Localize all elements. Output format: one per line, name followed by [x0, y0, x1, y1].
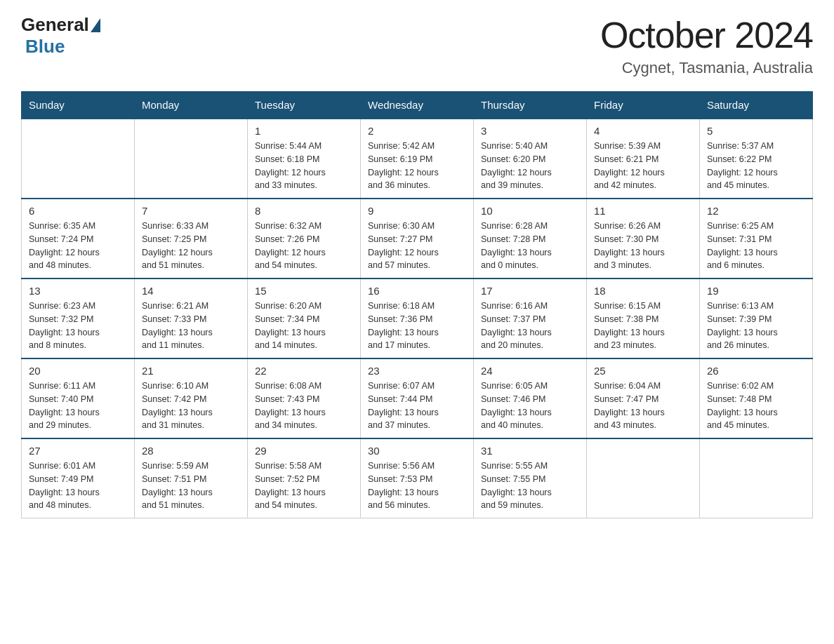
day-info: Sunrise: 6:26 AM Sunset: 7:30 PM Dayligh… [594, 220, 692, 272]
calendar-week-row: 13Sunrise: 6:23 AM Sunset: 7:32 PM Dayli… [22, 279, 813, 358]
page-header: General Blue October 2024 Cygnet, Tasman… [21, 14, 813, 77]
title-section: October 2024 Cygnet, Tasmania, Australia [600, 14, 813, 77]
calendar-cell: 28Sunrise: 5:59 AM Sunset: 7:51 PM Dayli… [135, 438, 248, 518]
calendar-cell: 21Sunrise: 6:10 AM Sunset: 7:42 PM Dayli… [135, 358, 248, 438]
day-number: 28 [142, 445, 240, 457]
day-info: Sunrise: 6:04 AM Sunset: 7:47 PM Dayligh… [594, 380, 692, 432]
day-info: Sunrise: 5:56 AM Sunset: 7:53 PM Dayligh… [368, 459, 466, 512]
logo-triangle-icon [91, 18, 100, 32]
calendar-cell: 29Sunrise: 5:58 AM Sunset: 7:52 PM Dayli… [248, 438, 361, 518]
day-number: 25 [594, 365, 692, 377]
day-info: Sunrise: 6:30 AM Sunset: 7:27 PM Dayligh… [368, 220, 466, 272]
day-of-week-header: Sunday [22, 92, 135, 119]
calendar-cell: 15Sunrise: 6:20 AM Sunset: 7:34 PM Dayli… [248, 279, 361, 358]
calendar-cell [135, 119, 248, 199]
calendar-cell: 22Sunrise: 6:08 AM Sunset: 7:43 PM Dayli… [248, 358, 361, 438]
day-info: Sunrise: 5:42 AM Sunset: 6:19 PM Dayligh… [368, 140, 466, 192]
day-number: 29 [255, 445, 353, 457]
calendar-cell: 18Sunrise: 6:15 AM Sunset: 7:38 PM Dayli… [587, 279, 700, 358]
day-number: 11 [594, 205, 692, 217]
calendar-cell: 11Sunrise: 6:26 AM Sunset: 7:30 PM Dayli… [587, 199, 700, 279]
day-info: Sunrise: 6:20 AM Sunset: 7:34 PM Dayligh… [255, 300, 353, 352]
calendar-cell: 17Sunrise: 6:16 AM Sunset: 7:37 PM Dayli… [474, 279, 587, 358]
calendar-cell: 10Sunrise: 6:28 AM Sunset: 7:28 PM Dayli… [474, 199, 587, 279]
calendar-cell: 2Sunrise: 5:42 AM Sunset: 6:19 PM Daylig… [361, 119, 474, 199]
calendar-cell: 4Sunrise: 5:39 AM Sunset: 6:21 PM Daylig… [587, 119, 700, 199]
day-number: 6 [29, 205, 127, 217]
day-number: 7 [142, 205, 240, 217]
day-number: 20 [29, 365, 127, 377]
calendar-cell: 20Sunrise: 6:11 AM Sunset: 7:40 PM Dayli… [22, 358, 135, 438]
day-number: 2 [368, 125, 466, 137]
day-number: 10 [481, 205, 579, 217]
calendar-cell: 8Sunrise: 6:32 AM Sunset: 7:26 PM Daylig… [248, 199, 361, 279]
day-info: Sunrise: 6:32 AM Sunset: 7:26 PM Dayligh… [255, 220, 353, 272]
day-of-week-header: Tuesday [248, 92, 361, 119]
day-info: Sunrise: 5:59 AM Sunset: 7:51 PM Dayligh… [142, 459, 240, 512]
calendar-cell [587, 438, 700, 518]
day-info: Sunrise: 5:44 AM Sunset: 6:18 PM Dayligh… [255, 140, 353, 192]
calendar-cell: 14Sunrise: 6:21 AM Sunset: 7:33 PM Dayli… [135, 279, 248, 358]
calendar-cell: 13Sunrise: 6:23 AM Sunset: 7:32 PM Dayli… [22, 279, 135, 358]
day-info: Sunrise: 5:40 AM Sunset: 6:20 PM Dayligh… [481, 140, 579, 192]
day-info: Sunrise: 6:21 AM Sunset: 7:33 PM Dayligh… [142, 300, 240, 352]
day-info: Sunrise: 6:28 AM Sunset: 7:28 PM Dayligh… [481, 220, 579, 272]
day-number: 14 [142, 285, 240, 297]
calendar-week-row: 27Sunrise: 6:01 AM Sunset: 7:49 PM Dayli… [22, 438, 813, 518]
day-of-week-header: Monday [135, 92, 248, 119]
day-info: Sunrise: 6:13 AM Sunset: 7:39 PM Dayligh… [707, 300, 805, 352]
day-info: Sunrise: 6:15 AM Sunset: 7:38 PM Dayligh… [594, 300, 692, 352]
calendar-week-row: 20Sunrise: 6:11 AM Sunset: 7:40 PM Dayli… [22, 358, 813, 438]
day-number: 21 [142, 365, 240, 377]
day-of-week-header: Wednesday [361, 92, 474, 119]
day-info: Sunrise: 6:35 AM Sunset: 7:24 PM Dayligh… [29, 220, 127, 272]
day-number: 4 [594, 125, 692, 137]
day-number: 22 [255, 365, 353, 377]
day-info: Sunrise: 6:05 AM Sunset: 7:46 PM Dayligh… [481, 380, 579, 432]
day-number: 30 [368, 445, 466, 457]
calendar-cell: 25Sunrise: 6:04 AM Sunset: 7:47 PM Dayli… [587, 358, 700, 438]
calendar-cell: 7Sunrise: 6:33 AM Sunset: 7:25 PM Daylig… [135, 199, 248, 279]
logo-blue-text: Blue [25, 36, 65, 58]
calendar-cell: 3Sunrise: 5:40 AM Sunset: 6:20 PM Daylig… [474, 119, 587, 199]
day-info: Sunrise: 6:11 AM Sunset: 7:40 PM Dayligh… [29, 380, 127, 432]
day-info: Sunrise: 6:18 AM Sunset: 7:36 PM Dayligh… [368, 300, 466, 352]
calendar-body: 1Sunrise: 5:44 AM Sunset: 6:18 PM Daylig… [22, 119, 813, 518]
calendar-cell: 27Sunrise: 6:01 AM Sunset: 7:49 PM Dayli… [22, 438, 135, 518]
day-info: Sunrise: 5:55 AM Sunset: 7:55 PM Dayligh… [481, 459, 579, 512]
calendar-cell [700, 438, 813, 518]
calendar-cell: 12Sunrise: 6:25 AM Sunset: 7:31 PM Dayli… [700, 199, 813, 279]
logo: General Blue [21, 14, 100, 58]
calendar-cell: 26Sunrise: 6:02 AM Sunset: 7:48 PM Dayli… [700, 358, 813, 438]
calendar-cell: 19Sunrise: 6:13 AM Sunset: 7:39 PM Dayli… [700, 279, 813, 358]
day-number: 3 [481, 125, 579, 137]
calendar-week-row: 6Sunrise: 6:35 AM Sunset: 7:24 PM Daylig… [22, 199, 813, 279]
day-info: Sunrise: 6:10 AM Sunset: 7:42 PM Dayligh… [142, 380, 240, 432]
calendar-cell: 1Sunrise: 5:44 AM Sunset: 6:18 PM Daylig… [248, 119, 361, 199]
day-info: Sunrise: 5:58 AM Sunset: 7:52 PM Dayligh… [255, 459, 353, 512]
day-number: 24 [481, 365, 579, 377]
day-of-week-header: Saturday [700, 92, 813, 119]
day-of-week-header: Thursday [474, 92, 587, 119]
calendar-header: SundayMondayTuesdayWednesdayThursdayFrid… [22, 92, 813, 119]
calendar-cell: 24Sunrise: 6:05 AM Sunset: 7:46 PM Dayli… [474, 358, 587, 438]
day-info: Sunrise: 6:02 AM Sunset: 7:48 PM Dayligh… [707, 380, 805, 432]
calendar-cell: 9Sunrise: 6:30 AM Sunset: 7:27 PM Daylig… [361, 199, 474, 279]
day-number: 12 [707, 205, 805, 217]
day-info: Sunrise: 6:08 AM Sunset: 7:43 PM Dayligh… [255, 380, 353, 432]
calendar-cell: 16Sunrise: 6:18 AM Sunset: 7:36 PM Dayli… [361, 279, 474, 358]
day-info: Sunrise: 6:33 AM Sunset: 7:25 PM Dayligh… [142, 220, 240, 272]
calendar-week-row: 1Sunrise: 5:44 AM Sunset: 6:18 PM Daylig… [22, 119, 813, 199]
day-info: Sunrise: 6:25 AM Sunset: 7:31 PM Dayligh… [707, 220, 805, 272]
day-info: Sunrise: 5:37 AM Sunset: 6:22 PM Dayligh… [707, 140, 805, 192]
day-number: 19 [707, 285, 805, 297]
day-number: 23 [368, 365, 466, 377]
calendar-cell: 5Sunrise: 5:37 AM Sunset: 6:22 PM Daylig… [700, 119, 813, 199]
day-number: 9 [368, 205, 466, 217]
day-number: 17 [481, 285, 579, 297]
logo-general-text: General [21, 14, 89, 36]
days-of-week-row: SundayMondayTuesdayWednesdayThursdayFrid… [22, 92, 813, 119]
day-info: Sunrise: 6:07 AM Sunset: 7:44 PM Dayligh… [368, 380, 466, 432]
day-info: Sunrise: 6:01 AM Sunset: 7:49 PM Dayligh… [29, 459, 127, 512]
month-year-title: October 2024 [600, 14, 813, 56]
